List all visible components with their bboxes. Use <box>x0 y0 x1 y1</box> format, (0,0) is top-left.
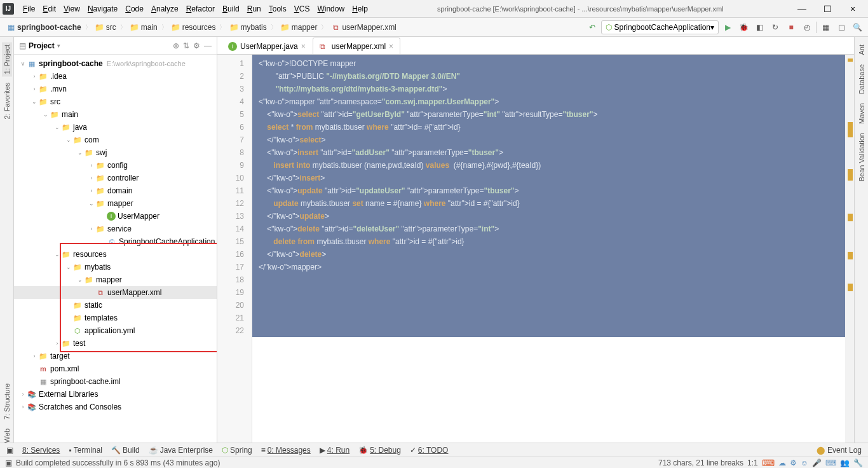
tree-item-application-yml[interactable]: ⬡application.yml <box>14 324 217 337</box>
tools-icon[interactable]: 🔧 <box>853 458 863 467</box>
tree-root[interactable]: v▦springboot-cacheE:\work\springboot-cac… <box>14 57 217 70</box>
target-icon[interactable]: ⊕ <box>173 41 179 50</box>
tree-item-extLibs[interactable]: ›📚External Libraries <box>14 388 217 401</box>
tree-item-swj[interactable]: ⌄📁swj <box>14 146 217 159</box>
keyboard-icon[interactable]: ⌨ <box>825 458 836 467</box>
collapse-icon[interactable]: — <box>204 41 212 50</box>
tree-item-SpringbootCacheApplication[interactable]: ©SpringbootCacheApplication <box>14 235 217 248</box>
tree-item-pom-xml[interactable]: mpom.xml <box>14 362 217 375</box>
tree-item-mapper[interactable]: ⌄📁mapper <box>14 197 217 210</box>
tree-item-springboot-cache-iml[interactable]: ▦springboot-cache.iml <box>14 375 217 388</box>
run-tab[interactable]: ▶ 4: Run <box>320 446 349 455</box>
spring-tab[interactable]: ⬡ Spring <box>222 446 252 455</box>
tree-item-service[interactable]: ›📁service <box>14 223 217 235</box>
menu-file[interactable]: File <box>19 3 39 15</box>
debug-button[interactable]: 🐞 <box>736 20 750 34</box>
tree-item-scratches[interactable]: ›📚Scratches and Consoles <box>14 401 217 413</box>
tree-item-main[interactable]: ⌄📁main <box>14 108 217 121</box>
window-close[interactable]: × <box>840 4 865 14</box>
menu-tools[interactable]: Tools <box>265 3 290 15</box>
tree-item-domain[interactable]: ›📁domain <box>14 184 217 197</box>
services-tab[interactable]: 8: Services <box>22 446 60 455</box>
structure-tool-tab[interactable]: 7: Structure <box>2 381 12 422</box>
cloud-icon[interactable]: ☁ <box>778 458 786 467</box>
tree-item--idea[interactable]: ›📁.idea <box>14 70 217 83</box>
breadcrumb-segment[interactable]: 📁src <box>93 23 119 32</box>
mic-icon[interactable]: 🎤 <box>812 458 822 467</box>
bean-validation-tool-tab[interactable]: Bean Validation <box>857 130 867 184</box>
javaee-tab[interactable]: ☕ Java Enterprise <box>149 446 213 455</box>
settings-icon[interactable]: ⚙ <box>193 41 200 50</box>
menu-edit[interactable]: Edit <box>39 3 60 15</box>
tree-item-UserMapper[interactable]: IUserMapper <box>14 210 217 223</box>
todo-tab[interactable]: ✓ 6: TODO <box>410 446 449 455</box>
project-panel-title[interactable]: Project <box>29 41 55 50</box>
rerun-button[interactable]: ↻ <box>768 20 782 34</box>
editor-tab-userMapper-xml[interactable]: ⧉userMapper.xml× <box>313 38 400 54</box>
ime-icon[interactable]: ⌨ <box>762 458 775 468</box>
hide-bottom-icon[interactable]: ▣ <box>6 446 13 455</box>
tree-item-src[interactable]: ⌄📁src <box>14 95 217 108</box>
tree-item-static[interactable]: 📁static <box>14 299 217 312</box>
window-minimize[interactable]: — <box>789 4 815 14</box>
window-button[interactable]: ▢ <box>834 20 848 34</box>
layout-button[interactable]: ▦ <box>818 20 832 34</box>
breadcrumb-segment[interactable]: 📁mybatis <box>227 23 269 32</box>
breadcrumb-segment[interactable]: ▦springboot-cache <box>4 23 84 32</box>
build-tab[interactable]: 🔨 Build <box>111 446 140 455</box>
menu-analyze[interactable]: Analyze <box>147 3 182 15</box>
debug-tab[interactable]: 🐞 5: Debug <box>358 446 401 455</box>
breadcrumb-segment[interactable]: 📁mapper <box>278 23 320 32</box>
menu-window[interactable]: Window <box>313 3 348 15</box>
run-button[interactable]: ▶ <box>721 20 735 34</box>
tree-item-com[interactable]: ⌄📁com <box>14 134 217 146</box>
close-icon[interactable]: × <box>301 42 306 51</box>
menu-build[interactable]: Build <box>219 3 243 15</box>
expand-icon[interactable]: ⇅ <box>183 41 189 50</box>
menu-code[interactable]: Code <box>121 3 147 15</box>
profile-button[interactable]: ◴ <box>800 20 814 34</box>
breadcrumb-segment[interactable]: 📁resources <box>169 23 219 32</box>
settings-icon[interactable]: ⚙ <box>790 458 797 467</box>
project-tree[interactable]: v▦springboot-cacheE:\work\springboot-cac… <box>14 55 217 445</box>
stop-button[interactable]: ■ <box>784 20 798 34</box>
tree-item-target[interactable]: ›📁target <box>14 350 217 362</box>
tree-item-config[interactable]: ›📁config <box>14 159 217 172</box>
tree-item--mvn[interactable]: ›📁.mvn <box>14 83 217 95</box>
menu-run[interactable]: Run <box>243 3 265 15</box>
search-button[interactable]: 🔍 <box>850 20 864 34</box>
tree-item-userMapper-xml[interactable]: ⧉userMapper.xml <box>14 286 217 299</box>
coverage-button[interactable]: ◧ <box>752 20 766 34</box>
terminal-tab[interactable]: ▪ Terminal <box>69 446 102 455</box>
tree-item-mapper[interactable]: ⌄📁mapper <box>14 273 217 286</box>
tree-item-resources[interactable]: ⌄📁resources <box>14 248 217 261</box>
tree-item-templates[interactable]: 📁templates <box>14 312 217 324</box>
window-maximize[interactable]: ☐ <box>815 4 840 14</box>
breadcrumb-segment[interactable]: ⧉userMapper.xml <box>329 23 398 32</box>
favorites-tool-tab[interactable]: 2: Favorites <box>2 80 12 121</box>
tree-item-mybatis[interactable]: ⌄📁mybatis <box>14 261 217 273</box>
users-icon[interactable]: 👥 <box>840 458 850 467</box>
maven-tool-tab[interactable]: Maven <box>857 100 867 127</box>
tree-item-test[interactable]: ›📁test <box>14 337 217 350</box>
code-editor[interactable]: 12345678910111213141516171819202122 <"kw… <box>217 55 854 445</box>
breadcrumb-segment[interactable]: 📁main <box>128 23 160 32</box>
status-icon[interactable]: ▣ <box>5 458 12 467</box>
event-log-tab[interactable]: Event Log <box>827 446 862 455</box>
menu-refactor[interactable]: Refactor <box>182 3 219 15</box>
menu-vcs[interactable]: VCS <box>290 3 314 15</box>
close-icon[interactable]: × <box>389 42 393 51</box>
tree-item-java[interactable]: ⌄📁java <box>14 121 217 134</box>
back-icon[interactable]: ↶ <box>585 20 599 34</box>
smiley-icon[interactable]: ☺ <box>801 458 808 467</box>
messages-tab[interactable]: ≡ 0: Messages <box>261 446 311 455</box>
dropdown-icon[interactable]: ▾ <box>57 43 60 49</box>
menu-help[interactable]: Help <box>348 3 372 15</box>
ant-tool-tab[interactable]: Ant <box>857 42 867 58</box>
editor-tab-UserMapper-java[interactable]: IUserMapper.java× <box>221 38 313 54</box>
run-configuration-dropdown[interactable]: ⬡ SpringbootCacheApplication ▾ <box>601 20 719 34</box>
menu-navigate[interactable]: Navigate <box>84 3 121 15</box>
project-tool-tab[interactable]: 1: Project <box>2 42 12 76</box>
tree-item-controller[interactable]: ›📁controller <box>14 172 217 184</box>
database-tool-tab[interactable]: Database <box>857 62 867 97</box>
